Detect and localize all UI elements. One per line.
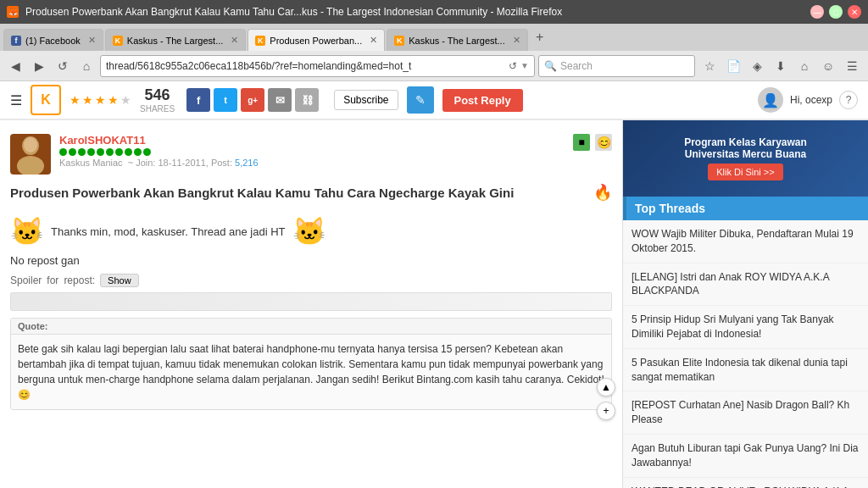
bookmark-icon[interactable]: ☆ [698, 55, 721, 77]
browser-title: Produsen Powerbank Akan Bangkrut Kalau K… [25, 6, 804, 18]
dot-5 [97, 148, 104, 156]
right-sidebar: Program Kelas KaryawanUniversitas Mercu … [622, 120, 868, 488]
maximize-button[interactable]: □ [829, 5, 843, 19]
url-dropdown-icon[interactable]: ▼ [520, 61, 529, 70]
tab-favicon-k3: K [394, 36, 404, 46]
window-controls: — □ ✕ [810, 5, 861, 19]
new-tab-button[interactable]: + [530, 27, 550, 47]
home-button[interactable]: ⌂ [76, 56, 97, 76]
threads-list: WOW Wajib Militer Dibuka, Pendaftaran Mu… [623, 220, 868, 488]
tab-kaskus2[interactable]: K Kaskus - The Largest... ✕ [387, 29, 528, 51]
tab-close-fb[interactable]: ✕ [88, 35, 96, 46]
dot-7 [115, 148, 123, 156]
post-reply-label: Post Reply [454, 94, 511, 107]
thread-title-2: [LELANG] Istri dan Anak ROY WIDYA A.K.A … [632, 271, 829, 297]
author-rank: Kaskus Maniac [59, 158, 123, 168]
minimize-button[interactable]: — [810, 5, 824, 19]
tab-close-k3[interactable]: ✕ [513, 35, 520, 46]
forward-button[interactable]: ▶ [29, 56, 49, 76]
menu-icon[interactable]: ☰ [841, 55, 863, 77]
dot-4 [87, 148, 95, 156]
dot-3 [78, 148, 86, 156]
post-title-text: Produsen Powerbank Akan Bangkrut Kalau K… [10, 186, 514, 200]
ad-banner[interactable]: Program Kelas KaryawanUniversitas Mercu … [623, 120, 868, 197]
fire-icon: 🔥 [593, 183, 612, 202]
emoji-right: 🐱 [292, 215, 326, 247]
author-post-count[interactable]: 5,216 [235, 158, 259, 168]
tab-facebook[interactable]: f (1) Facebook ✕ [3, 29, 103, 51]
dot-8 [125, 148, 132, 156]
email-share-button[interactable]: ✉ [268, 88, 292, 112]
star-rating: ★ ★ ★ ★ ★ [70, 93, 131, 107]
scroll-down-button[interactable]: + [597, 402, 615, 420]
avatar-icon[interactable]: ⌂ [793, 55, 815, 77]
googleplus-share-button[interactable]: g+ [241, 88, 264, 112]
kaskus-logo[interactable]: K [31, 85, 61, 115]
tab-powerbank[interactable]: K Produsen Powerban... ✕ [248, 29, 385, 51]
tab-kaskus1[interactable]: K Kaskus - The Largest... ✕ [105, 29, 247, 51]
dot-9 [134, 148, 142, 156]
refresh-button[interactable]: ↺ [53, 56, 73, 76]
link-share-button[interactable]: ⛓ [295, 88, 319, 112]
thread-item-3[interactable]: 5 Prinsip Hidup Sri Mulyani yang Tak Ban… [623, 306, 868, 349]
scroll-up-button[interactable]: ▲ [597, 378, 615, 396]
svg-point-1 [17, 156, 44, 175]
download-icon[interactable]: ⬇ [770, 55, 792, 77]
ad-cta-button[interactable]: Klik Di Sini >> [708, 164, 782, 180]
tab-favicon-fb: f [11, 36, 21, 46]
toolbar-icons: ☆ 📄 ◈ ⬇ ⌂ ☺ ☰ [698, 55, 863, 77]
title-bar: 🦊 Produsen Powerbank Akan Bangkrut Kalau… [0, 0, 868, 24]
twitter-share-button[interactable]: t [214, 88, 237, 112]
tab-label-k1: Kaskus - The Largest... [127, 36, 224, 46]
thread-item-4[interactable]: 5 Pasukan Elite Indonesia tak dikenal du… [623, 349, 868, 392]
post-title-row: Produsen Powerbank Akan Bangkrut Kalau K… [10, 178, 612, 205]
thread-item-6[interactable]: Agan Butuh Liburan tapi Gak Punya Uang? … [623, 435, 868, 478]
author-join: 18-11-2011 [158, 158, 205, 168]
shares-count: 546 [140, 86, 175, 104]
help-icon: ? [846, 94, 852, 106]
reader-icon[interactable]: 📄 [722, 55, 744, 77]
spoiler-show-button[interactable]: Show [100, 274, 139, 287]
search-bar[interactable]: 🔍 Search [538, 55, 695, 77]
post-reply-button[interactable]: Post Reply [442, 89, 523, 112]
facebook-share-button[interactable]: f [186, 88, 210, 112]
quote-text: Bete gak sih kalau lagi bepergian lalu s… [11, 335, 611, 409]
subscribe-label: Subscribe [343, 94, 388, 106]
content-area: KarolSHOKAT11 [0, 120, 622, 488]
thread-item-7[interactable]: WANTED DEAD OR ALIVE : ROY WIDYA A.K.A B… [623, 478, 868, 488]
ad-text: Program Kelas KaryawanUniversitas Mercu … [684, 136, 807, 160]
dot-6 [106, 148, 114, 156]
thread-item-2[interactable]: [LELANG] Istri dan Anak ROY WIDYA A.K.A … [623, 263, 868, 307]
help-button[interactable]: ? [839, 91, 858, 109]
author-name: KarolSHOKAT11 [59, 134, 565, 147]
quote-label: Quote: [11, 319, 611, 335]
author-info: KarolSHOKAT11 [59, 134, 565, 168]
tab-label-fb: (1) Facebook [25, 36, 81, 46]
thread-item-5[interactable]: [REPOST Curhatan Ane] Nasib Dragon Ball?… [623, 391, 868, 435]
thread-item-1[interactable]: WOW Wajib Militer Dibuka, Pendaftaran Mu… [623, 220, 868, 263]
user-avatar[interactable]: 👤 [758, 87, 783, 113]
address-bar: ◀ ▶ ↺ ⌂ thread/5618c955a2c06eca118b456b/… [0, 51, 868, 81]
author-dots [59, 148, 565, 156]
emoji-icon[interactable]: ☺ [817, 55, 839, 77]
no-repost-text: No repost gan [10, 254, 612, 267]
hamburger-menu[interactable]: ☰ [10, 92, 22, 108]
back-button[interactable]: ◀ [5, 56, 25, 76]
spoiler-label: Spoiler [10, 274, 42, 286]
online-icon: ■ [573, 134, 590, 151]
thanks-text: Thanks min, mod, kaskuser. Thread ane ja… [51, 225, 286, 238]
tab-close-k1[interactable]: ✕ [231, 35, 238, 46]
close-button[interactable]: ✕ [848, 5, 861, 19]
search-input-label[interactable]: Search [560, 60, 593, 72]
url-refresh-icon[interactable]: ↺ [509, 60, 517, 72]
tab-close-k2[interactable]: ✕ [370, 35, 377, 46]
url-bar[interactable]: thread/5618c955a2c06eca118b456b/?ref=hom… [100, 55, 535, 77]
star-1: ★ [70, 93, 81, 107]
edit-button[interactable]: ✎ [407, 86, 434, 114]
show-btn-label: Show [108, 275, 131, 286]
pocket-icon[interactable]: ◈ [746, 55, 768, 77]
thread-title-5: [REPOST Curhatan Ane] Nasib Dragon Ball?… [632, 399, 849, 425]
subscribe-button[interactable]: Subscribe [334, 90, 398, 110]
shares-label: SHARES [140, 104, 175, 114]
emoji-left: 🐱 [10, 215, 44, 247]
